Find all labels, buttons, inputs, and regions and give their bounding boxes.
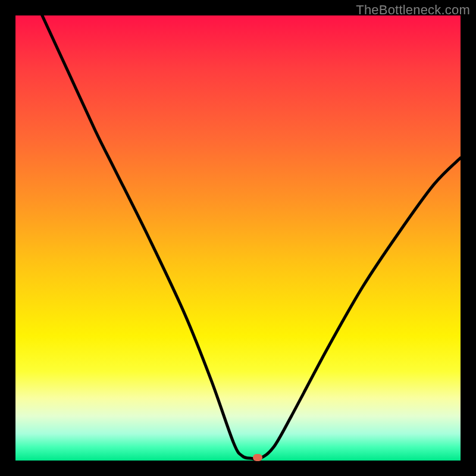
- curve-svg: [15, 15, 461, 461]
- bottleneck-curve: [42, 15, 461, 459]
- optimal-point-marker: [253, 454, 262, 461]
- plot-area: [15, 15, 461, 461]
- stage: TheBottleneck.com: [0, 0, 476, 476]
